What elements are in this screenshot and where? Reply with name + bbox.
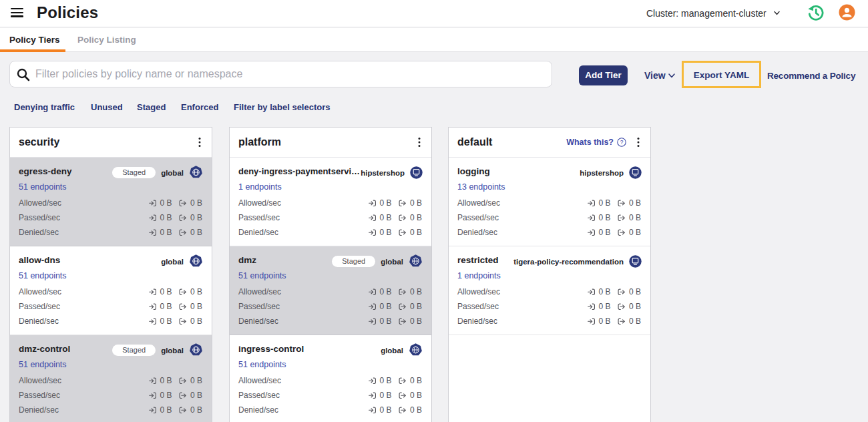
svg-text:?: ? xyxy=(620,139,624,146)
